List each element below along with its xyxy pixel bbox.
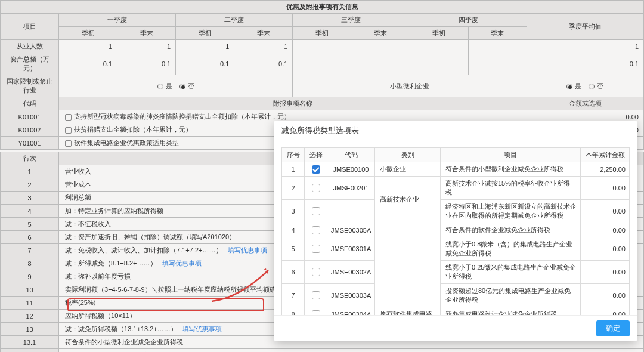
col-project: 项目 [1,14,59,40]
col-avg: 季度平均值 [527,14,643,40]
select-checkbox[interactable] [305,307,327,316]
checkbox-icon [312,245,320,253]
checkbox-icon [312,165,320,174]
select-checkbox[interactable] [305,177,327,200]
checkbox-icon [312,310,320,315]
modal-row: 3 经济特区和上海浦东新区新设立的高新技术企业在区内取得的所得定期减免企业所得税… [282,200,630,223]
line-row: 减：本年实际已缴纳所得税额 [1,349,644,353]
row-assets: 资产总额（万元） 0.1 0.1 0.1 0.1 0.1 [1,53,644,75]
col-q3: 三季度 [293,14,410,27]
sme-radio[interactable]: 是 否 [527,75,643,97]
checkbox-icon[interactable] [65,140,72,147]
select-checkbox[interactable] [305,223,327,237]
checkbox-icon [312,207,320,215]
radio-yes-icon [157,84,163,89]
row-employees: 从业人数 1 1 1 1 1 [1,40,644,53]
col-q4: 四季度 [410,14,527,27]
modal-row: 6 JMSE00302A 线宽小于0.25微米的集成电路生产企业减免企业所得税 … [282,261,630,284]
select-checkbox[interactable] [305,237,327,261]
restricted-radio[interactable]: 是 否 [59,75,293,97]
select-checkbox[interactable] [305,162,327,177]
modal-row: 2 JMSE00201 高新技术企业 高新技术企业减按15%的税率征收企业所得税… [282,177,630,200]
fill-benefit-link[interactable]: 填写优惠事项 [228,246,267,254]
tax-exempt-modal: 减免所得税类型选项表 序号 选择 代码 类别 项目 本年累计金额 1 JMSE0… [274,121,637,341]
modal-row: 1 JMSE00100 小微企业 符合条件的小型微利企业减免企业所得税 2,25… [282,162,630,177]
modal-row: 4 JMSE00305A 原有软件集成电路优惠继续执行至到期 符合条件的软件企业… [282,223,630,237]
table-title: 优惠及附报事项有关信息 [1,1,644,14]
select-checkbox[interactable] [305,261,327,284]
modal-row: 5 JMSE00301A 线宽小于0.8微米（含）的集成电路生产企业减免企业所得… [282,237,630,261]
fill-benefit-link[interactable]: 填写优惠事项 [162,260,202,267]
checkbox-icon [312,226,320,234]
radio-yes-icon [566,84,572,89]
checkbox-icon [312,291,320,299]
checkbox-icon[interactable] [65,114,72,121]
select-checkbox[interactable] [305,200,327,223]
modal-row: 8 JMSE00304A 新办集成电路设计企业减免企业所得税 0.00 [282,307,630,316]
checkbox-icon [312,268,320,276]
fill-benefit-link[interactable]: 填写优惠事项 [182,325,222,332]
checkbox-icon [312,184,320,192]
radio-no-icon [589,84,595,89]
radio-no-icon [179,84,185,89]
row-restricted: 国家限制或禁止行业 是 否 小型微利企业 是 否 [1,75,644,97]
modal-table: 序号 选择 代码 类别 项目 本年累计金额 1 JMSE00100 小微企业 符… [281,147,630,315]
sme-label: 小型微利企业 [293,75,527,97]
modal-title: 减免所得税类型选项表 [274,121,637,141]
col-q2: 二季度 [176,14,293,27]
confirm-button[interactable]: 确定 [596,320,630,336]
select-checkbox[interactable] [305,284,327,307]
checkbox-icon[interactable] [65,127,72,134]
col-q1: 一季度 [59,14,176,27]
modal-row: 7 JMSE00303A 投资额超过80亿元的集成电路生产企业减免企业所得税 0… [282,284,630,307]
